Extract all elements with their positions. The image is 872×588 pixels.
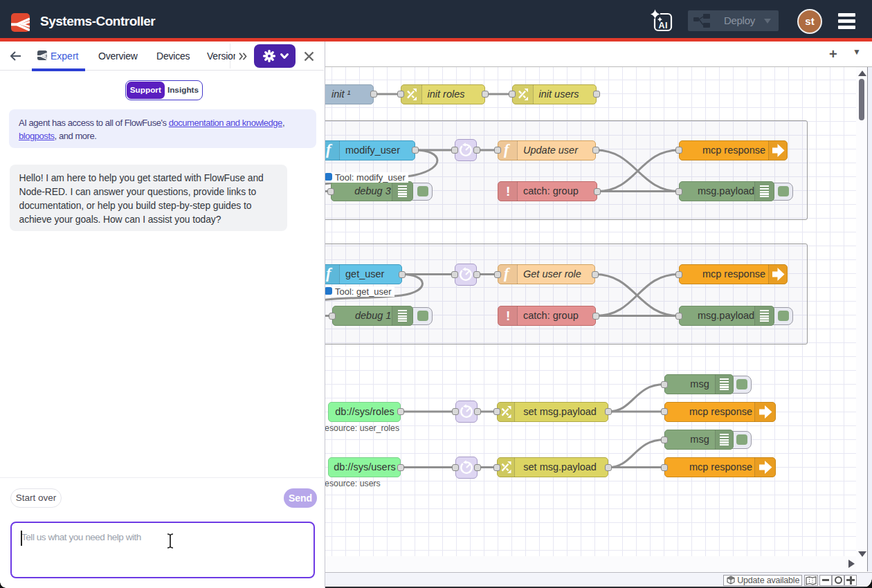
svg-text:AI: AI [659, 21, 669, 30]
